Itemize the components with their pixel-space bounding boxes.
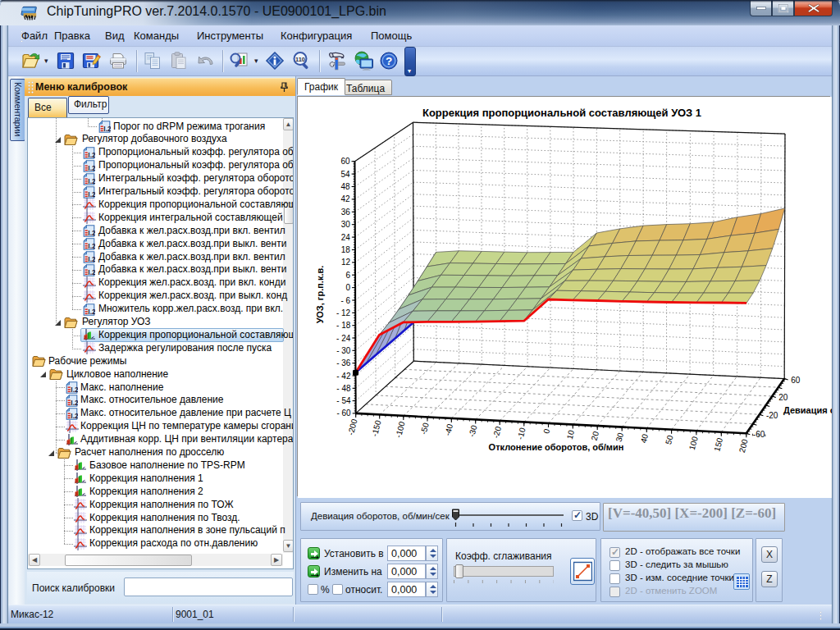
svg-text:I.2: I.2	[88, 268, 95, 276]
svg-text:36: 36	[341, 208, 351, 217]
svg-text:?: ?	[386, 55, 392, 67]
svg-text:- 54: - 54	[336, 396, 351, 405]
svg-text:I.2: I.2	[71, 412, 78, 420]
svg-text:12: 12	[341, 258, 351, 267]
svg-text:-20: -20	[766, 411, 778, 420]
svg-text:I.2: I.2	[88, 177, 95, 185]
svg-text:Коррекция пропорциональной сос: Коррекция пропорциональной составляющей …	[422, 107, 701, 119]
svg-text:I.2: I.2	[88, 242, 95, 250]
svg-text:18: 18	[341, 245, 351, 254]
svg-text:I.2: I.2	[88, 229, 95, 237]
svg-text:- 42: - 42	[336, 372, 351, 381]
svg-text:- 12: - 12	[336, 308, 351, 317]
svg-text:60: 60	[340, 157, 350, 166]
svg-text:Отклонение оборотов, об/мин: Отклонение оборотов, об/мин	[489, 442, 624, 452]
svg-text:24: 24	[341, 233, 351, 242]
svg-text:30: 30	[341, 220, 351, 229]
svg-text:- 48: - 48	[336, 384, 351, 393]
svg-text:- 18: - 18	[336, 321, 351, 330]
svg-text:I.2: I.2	[88, 308, 95, 316]
svg-text:I.2: I.2	[88, 164, 95, 172]
svg-text:- 36: - 36	[336, 358, 351, 368]
svg-text:- 60: - 60	[336, 409, 351, 418]
svg-text:I.2: I.2	[71, 386, 78, 394]
svg-text:42: 42	[341, 194, 351, 203]
svg-text:I.2: I.2	[103, 125, 111, 133]
svg-text:- 30: - 30	[336, 346, 351, 355]
svg-text:-60: -60	[753, 430, 765, 439]
svg-text:I.2: I.2	[88, 255, 95, 263]
svg-text:I.2: I.2	[71, 399, 78, 407]
svg-text:0: 0	[346, 283, 351, 292]
svg-text:110: 110	[295, 56, 305, 63]
svg-text:УОЗ, гр.п.к.в.: УОЗ, гр.п.к.в.	[315, 266, 325, 324]
svg-text:48: 48	[340, 182, 350, 191]
svg-text:6: 6	[345, 271, 350, 280]
svg-text:60: 60	[791, 376, 801, 385]
svg-text:- 6: - 6	[341, 296, 351, 305]
svg-text:Девиация оборотов: Девиация оборотов	[783, 405, 832, 415]
svg-text:20: 20	[778, 393, 788, 402]
svg-text:54: 54	[340, 170, 350, 179]
svg-text:- 24: - 24	[336, 334, 351, 343]
svg-text:I.2: I.2	[88, 151, 95, 159]
